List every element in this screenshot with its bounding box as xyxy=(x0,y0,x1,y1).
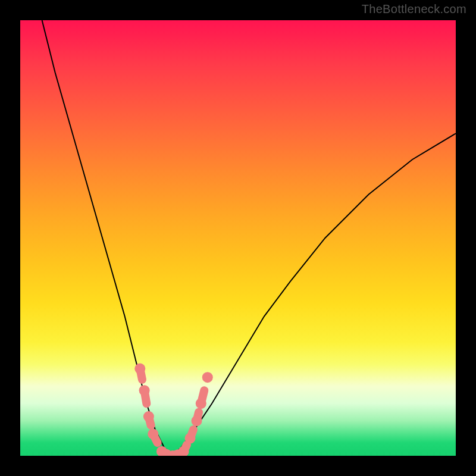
svg-point-10 xyxy=(202,372,213,383)
svg-point-3 xyxy=(148,428,158,439)
watermark-text: TheBottleneck.com xyxy=(362,2,466,16)
chart-frame: TheBottleneck.com xyxy=(0,0,476,476)
svg-point-4 xyxy=(156,446,167,456)
svg-point-8 xyxy=(192,415,202,426)
svg-point-2 xyxy=(143,411,154,422)
bottleneck-curve xyxy=(42,20,456,456)
curve-markers xyxy=(134,364,212,456)
svg-point-1 xyxy=(139,385,150,396)
svg-point-9 xyxy=(196,398,206,409)
plot-area xyxy=(20,20,456,456)
bottleneck-curve-svg xyxy=(20,20,456,456)
svg-point-7 xyxy=(185,433,196,444)
svg-point-0 xyxy=(134,364,145,374)
